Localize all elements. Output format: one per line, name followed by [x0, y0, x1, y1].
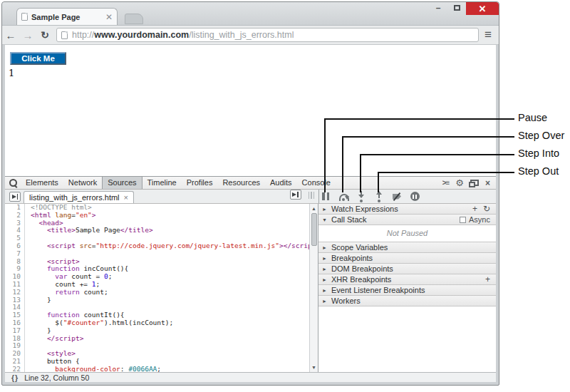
editor-scrollbar[interactable]: ▲ ▼: [309, 204, 318, 372]
show-navigator-icon[interactable]: [9, 192, 21, 202]
devtools-tab-strip: ElementsNetworkSourcesTimelineProfilesRe…: [5, 177, 496, 190]
callout-line: [360, 154, 514, 155]
scroll-up-icon[interactable]: ▲: [310, 205, 318, 212]
devtools-tab-sources[interactable]: Sources: [102, 177, 142, 189]
devtools-tab-resources[interactable]: Resources: [217, 177, 265, 189]
sidebar-section-scope-variables[interactable]: ►Scope Variables: [318, 242, 496, 253]
new-tab-button[interactable]: [125, 14, 143, 24]
source-editor[interactable]: 1<!DOCTYPE html>2<html lang="en">3 <head…: [5, 204, 318, 372]
devtools-tab-network[interactable]: Network: [63, 177, 102, 189]
sidebar-section-call-stack[interactable]: ▼Call StackAsync: [318, 215, 496, 225]
line-number[interactable]: 5: [5, 234, 25, 242]
code-line[interactable]: 18 </script>: [5, 335, 309, 343]
line-number[interactable]: 1: [5, 204, 25, 212]
code-line[interactable]: 13 }: [5, 296, 309, 304]
settings-gear-icon[interactable]: ⚙: [455, 177, 464, 188]
sidebar-section-xhr-breakpoints[interactable]: ►XHR Breakpoints+: [318, 274, 496, 285]
pretty-print-icon[interactable]: {}: [5, 373, 24, 382]
line-number[interactable]: 12: [5, 289, 25, 296]
chevron-down-icon: ▼: [322, 217, 328, 222]
scroll-down-icon[interactable]: ▼: [310, 363, 318, 371]
devtools-tab-elements[interactable]: Elements: [21, 177, 63, 189]
devtools-tab-console[interactable]: Console: [297, 177, 336, 189]
devtools-close-icon[interactable]: ×: [485, 178, 490, 188]
back-button[interactable]: ←: [2, 29, 19, 41]
click-me-button[interactable]: Click Me: [10, 52, 66, 65]
refresh-icon[interactable]: ↻: [483, 204, 490, 214]
callout-line: [378, 172, 379, 192]
forward-button[interactable]: →: [19, 29, 36, 41]
inspect-search-icon[interactable]: [5, 177, 21, 189]
async-checkbox[interactable]: [460, 217, 466, 223]
line-number[interactable]: 22: [5, 366, 25, 372]
sidebar-section-workers[interactable]: ►Workers: [318, 296, 496, 306]
line-number[interactable]: 8: [5, 258, 25, 266]
section-label: Breakpoints: [331, 254, 492, 262]
editor-statusbar: {} Line 32, Column 50: [5, 372, 496, 382]
sidebar-section-breakpoints[interactable]: ►Breakpoints: [318, 253, 496, 264]
step-out-button[interactable]: [373, 191, 385, 202]
line-content: <script src="http://code.jquery.com/jque…: [25, 242, 309, 250]
line-content: [25, 304, 31, 311]
code-lines: 1<!DOCTYPE html>2<html lang="en">3 <head…: [5, 204, 309, 372]
page-favicon-icon: [21, 13, 28, 21]
callout-line: [324, 118, 514, 120]
section-label: Event Listener Breakpoints: [331, 286, 492, 294]
line-number[interactable]: 4: [5, 227, 25, 234]
maximize-button[interactable]: [447, 2, 466, 14]
browser-tab[interactable]: Sample Page ✕: [16, 8, 118, 25]
pause-on-exceptions-icon: [410, 192, 420, 201]
line-number[interactable]: 17: [5, 327, 25, 335]
url-page-icon: [61, 31, 68, 39]
section-label: Scope Variables: [331, 243, 492, 252]
sidebar-section-event-listener-breakpoints[interactable]: ►Event Listener Breakpoints: [318, 285, 496, 296]
plus-icon[interactable]: +: [472, 204, 477, 214]
tab-close-icon[interactable]: ✕: [105, 14, 113, 21]
pause-on-exceptions-button[interactable]: [409, 191, 420, 202]
minimize-button[interactable]: –: [429, 2, 447, 14]
browser-titlebar: Sample Page ✕ – ✕: [2, 2, 499, 25]
line-number[interactable]: 3: [5, 220, 25, 227]
sidebar-section-watch-expressions[interactable]: ►Watch Expressions+↻: [318, 204, 496, 215]
deactivate-breakpoints-button[interactable]: [391, 191, 403, 202]
code-line[interactable]: 22 background-color: #0066AA;: [5, 366, 309, 372]
sidebar-section-dom-breakpoints[interactable]: ►DOM Breakpoints: [318, 264, 496, 274]
dock-window-icon[interactable]: [470, 180, 479, 186]
maximize-icon: [454, 5, 460, 11]
step-into-button[interactable]: [356, 191, 367, 202]
chevron-right-icon: ►: [322, 277, 328, 282]
callout-line: [342, 136, 343, 192]
file-tab-close-icon[interactable]: ×: [124, 194, 128, 201]
line-number[interactable]: 2: [5, 212, 25, 220]
page-viewport: Click Me 1: [5, 45, 496, 176]
console-drawer-icon[interactable]: >≡: [442, 179, 450, 187]
show-editor-icon[interactable]: [290, 190, 301, 200]
callout-label-step-over: Step Over: [518, 130, 564, 141]
line-content: [25, 342, 31, 350]
source-file-tab[interactable]: listing_with_js_errors.html ×: [24, 191, 134, 203]
source-file-tabbar: listing_with_js_errors.html ×: [5, 190, 318, 204]
tab-overflow-icon[interactable]: [309, 192, 315, 199]
browser-menu-icon[interactable]: ≡: [484, 28, 492, 42]
callout-line: [378, 172, 514, 173]
address-bar[interactable]: http://www.yourdomain.com/listing_with_j…: [56, 28, 479, 42]
devtools-tab-profiles[interactable]: Profiles: [182, 177, 218, 189]
code-line[interactable]: 6 <script src="http://code.jquery.com/jq…: [5, 242, 309, 250]
chevron-right-icon: ►: [322, 245, 328, 250]
section-label: XHR Breakpoints: [331, 275, 482, 284]
code-line[interactable]: 4 <title>Sample Page</title>: [5, 227, 309, 234]
step-over-button[interactable]: [338, 191, 349, 202]
pause-button[interactable]: [320, 191, 331, 202]
close-window-button[interactable]: ✕: [466, 2, 499, 15]
reload-button[interactable]: ↻: [36, 29, 53, 41]
devtools-tab-audits[interactable]: Audits: [265, 177, 297, 189]
line-number[interactable]: 7: [5, 250, 25, 258]
callout-label-pause: Pause: [518, 112, 547, 123]
plus-icon[interactable]: +: [485, 274, 490, 284]
scrollbar-thumb[interactable]: [311, 213, 317, 246]
devtools-tab-timeline[interactable]: Timeline: [142, 177, 182, 189]
url-text[interactable]: http://www.yourdomain.com/listing_with_j…: [72, 30, 294, 40]
line-number[interactable]: 6: [5, 242, 25, 250]
section-label: DOM Breakpoints: [331, 264, 492, 273]
line-content: [25, 234, 31, 242]
